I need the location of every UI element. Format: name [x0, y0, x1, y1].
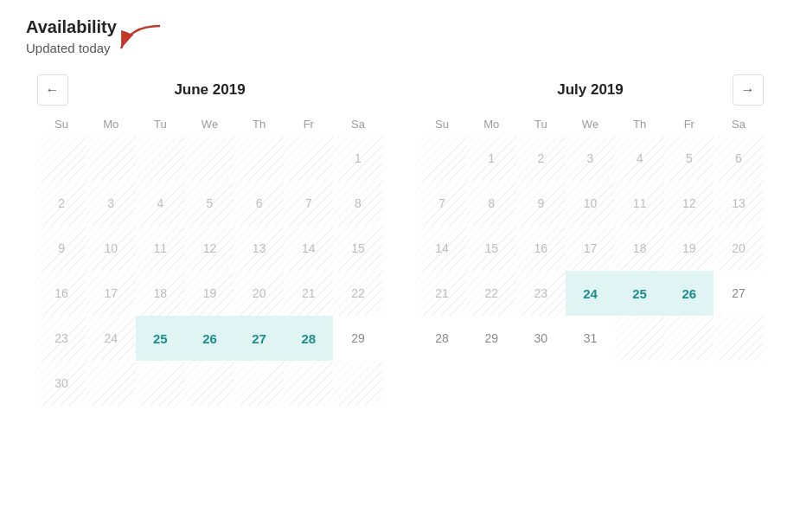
day-cell[interactable]: 26 [185, 316, 234, 361]
july-calendar: July 2019 → SuMoTuWeThFrSa 1234567891011… [418, 81, 764, 361]
calendar-row: 123456 [418, 136, 764, 181]
june-nav: ← June 2019 [37, 81, 383, 99]
calendars-container: ← June 2019 SuMoTuWeThFrSa 1234567891011… [26, 81, 774, 406]
empty-cell [714, 316, 763, 361]
empty-cell [615, 316, 664, 361]
day-header: Sa [714, 112, 763, 136]
day-header: Th [234, 112, 284, 136]
day-cell[interactable]: 13 [234, 226, 284, 271]
day-cell[interactable]: 1 [333, 136, 382, 181]
day-cell[interactable]: 12 [664, 181, 714, 226]
day-header: We [566, 112, 615, 136]
day-cell[interactable]: 2 [37, 181, 86, 226]
day-cell[interactable]: 4 [136, 181, 185, 226]
day-cell[interactable]: 10 [566, 181, 615, 226]
empty-cell [284, 361, 333, 406]
day-cell[interactable]: 2 [516, 136, 566, 181]
empty-cell [234, 361, 284, 406]
empty-cell [284, 136, 333, 181]
day-cell[interactable]: 9 [37, 226, 86, 271]
day-cell[interactable]: 5 [185, 181, 234, 226]
day-cell[interactable]: 12 [185, 226, 234, 271]
day-header: Mo [86, 112, 136, 136]
day-header: Mo [467, 112, 516, 136]
day-cell[interactable]: 6 [714, 136, 763, 181]
day-header: We [185, 112, 234, 136]
day-header: Fr [284, 112, 333, 136]
day-cell[interactable]: 18 [136, 271, 185, 316]
day-cell[interactable]: 10 [86, 226, 136, 271]
calendar-row: 14151617181920 [418, 226, 764, 271]
calendar-row: 78910111213 [418, 181, 764, 226]
day-cell[interactable]: 3 [566, 136, 615, 181]
day-cell[interactable]: 24 [566, 271, 615, 316]
day-cell[interactable]: 11 [136, 226, 185, 271]
calendar-row: 30 [37, 361, 383, 406]
day-cell[interactable]: 28 [284, 316, 333, 361]
day-cell[interactable]: 17 [566, 226, 615, 271]
day-cell[interactable]: 16 [516, 226, 566, 271]
day-cell[interactable]: 13 [714, 181, 763, 226]
day-cell[interactable]: 30 [37, 361, 86, 406]
day-cell[interactable]: 28 [418, 316, 467, 361]
day-cell[interactable]: 31 [566, 316, 615, 361]
empty-cell [86, 361, 136, 406]
day-cell[interactable]: 1 [467, 136, 516, 181]
day-cell[interactable]: 29 [467, 316, 516, 361]
day-cell[interactable]: 23 [37, 316, 86, 361]
day-cell[interactable]: 30 [516, 316, 566, 361]
june-title: June 2019 [174, 81, 245, 99]
empty-cell [664, 316, 714, 361]
day-header: Su [37, 112, 86, 136]
day-cell[interactable]: 15 [333, 226, 382, 271]
day-cell[interactable]: 15 [467, 226, 516, 271]
day-cell[interactable]: 22 [333, 271, 382, 316]
day-cell[interactable]: 14 [284, 226, 333, 271]
day-cell[interactable]: 17 [86, 271, 136, 316]
day-cell[interactable]: 20 [234, 271, 284, 316]
day-cell[interactable]: 9 [516, 181, 566, 226]
day-header: Tu [516, 112, 566, 136]
day-cell[interactable]: 8 [467, 181, 516, 226]
day-cell[interactable]: 8 [333, 181, 382, 226]
day-cell[interactable]: 21 [284, 271, 333, 316]
day-cell[interactable]: 7 [284, 181, 333, 226]
day-cell[interactable]: 27 [714, 271, 763, 316]
empty-cell [136, 361, 185, 406]
day-header: Tu [136, 112, 185, 136]
calendar-row: 23242526272829 [37, 316, 383, 361]
day-cell[interactable]: 25 [615, 271, 664, 316]
day-cell[interactable]: 25 [136, 316, 185, 361]
day-cell[interactable]: 18 [615, 226, 664, 271]
prev-month-button[interactable]: ← [37, 74, 68, 106]
calendar-row: 16171819202122 [37, 271, 383, 316]
day-cell[interactable]: 22 [467, 271, 516, 316]
day-cell[interactable]: 16 [37, 271, 86, 316]
empty-cell [418, 136, 467, 181]
day-cell[interactable]: 3 [86, 181, 136, 226]
day-cell[interactable]: 4 [615, 136, 664, 181]
day-cell[interactable]: 27 [234, 316, 284, 361]
july-nav: July 2019 → [418, 81, 764, 99]
arrow-indicator [112, 24, 164, 58]
day-cell[interactable]: 29 [333, 316, 382, 361]
availability-header: Availability Updated today [26, 17, 774, 55]
day-cell[interactable]: 5 [664, 136, 714, 181]
day-cell[interactable]: 14 [418, 226, 467, 271]
day-cell[interactable]: 20 [714, 226, 763, 271]
day-cell[interactable]: 11 [615, 181, 664, 226]
day-cell[interactable]: 26 [664, 271, 714, 316]
july-grid: SuMoTuWeThFrSa 1234567891011121314151617… [418, 112, 764, 361]
day-cell[interactable]: 24 [86, 316, 136, 361]
day-cell[interactable]: 19 [185, 271, 234, 316]
day-cell[interactable]: 19 [664, 226, 714, 271]
day-cell[interactable]: 6 [234, 181, 284, 226]
day-cell[interactable]: 23 [516, 271, 566, 316]
calendar-row: 21222324252627 [418, 271, 764, 316]
day-header: Su [418, 112, 467, 136]
next-month-button[interactable]: → [733, 74, 764, 106]
day-cell[interactable]: 21 [418, 271, 467, 316]
day-header: Sa [333, 112, 382, 136]
day-cell[interactable]: 7 [418, 181, 467, 226]
empty-cell [234, 136, 284, 181]
